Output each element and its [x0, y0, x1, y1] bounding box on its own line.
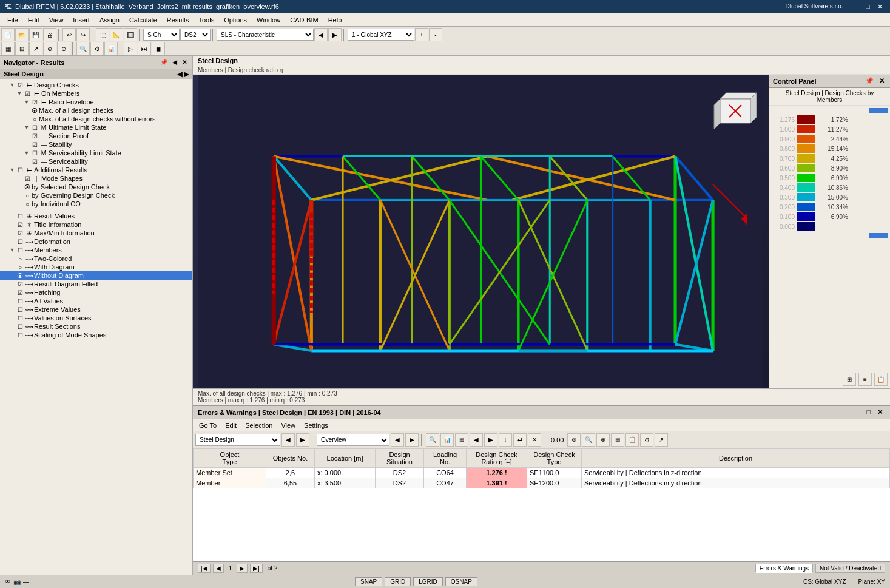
- errors-table-container[interactable]: ObjectType Objects No. Location [m] Desi…: [193, 448, 890, 561]
- errors-pin-btn[interactable]: □: [864, 408, 873, 416]
- tree-all-values[interactable]: ☐ ⟿ All Values: [0, 297, 192, 305]
- menu-assign[interactable]: Assign: [95, 15, 124, 25]
- tab-not-valid[interactable]: Not Valid / Deactivated: [815, 564, 885, 573]
- tree-result-values[interactable]: ☐ ✳ Result Values: [0, 212, 192, 220]
- tb-r4[interactable]: ⊕: [43, 42, 56, 55]
- tree-without-diagram[interactable]: ⦿ ⟿ Without Diagram: [0, 271, 192, 280]
- tree-mode-shapes[interactable]: ☑ | Mode Shapes: [0, 174, 192, 183]
- toggle-additional[interactable]: ▼: [8, 167, 16, 173]
- errors-overview-combo[interactable]: Overview: [317, 434, 389, 446]
- menu-file[interactable]: File: [2, 15, 23, 25]
- tab-errors-warnings[interactable]: Errors & Warnings: [755, 564, 813, 573]
- table-row[interactable]: Member Set 2,6 x: 0.000 DS2 CO64 1.276 !…: [194, 468, 890, 478]
- tb-redo[interactable]: ↪: [76, 28, 90, 41]
- tab-snap[interactable]: SNAP: [355, 577, 382, 586]
- cp-pin-btn[interactable]: 📌: [863, 77, 875, 84]
- tb-print[interactable]: 🖨: [43, 28, 56, 41]
- tb-r10[interactable]: ⏭: [138, 42, 151, 55]
- tb-zoom-out[interactable]: -: [429, 28, 442, 41]
- radio-with-diagram[interactable]: ○: [16, 264, 24, 271]
- tree-hatching[interactable]: ☑ ⟿ Hatching: [0, 288, 192, 297]
- th-objects-no[interactable]: Objects No.: [266, 449, 315, 468]
- menu-tools[interactable]: Tools: [194, 15, 219, 25]
- errors-next-btn[interactable]: ▶: [296, 433, 309, 447]
- status-icon-1[interactable]: 👁: [5, 578, 11, 585]
- tb-axis-combo[interactable]: 1 - Global XYZ: [348, 29, 414, 41]
- check-scl[interactable]: ☐: [16, 332, 24, 339]
- tree-serviceability[interactable]: ☑ — Serviceability: [0, 157, 192, 166]
- tree-maxmin-info[interactable]: ☑ ✳ Max/Min Information: [0, 229, 192, 237]
- close-button[interactable]: ✕: [875, 3, 885, 11]
- tb-load-combo[interactable]: S Ch: [143, 29, 180, 41]
- nav-close-btn[interactable]: ✕: [180, 59, 189, 66]
- errors-menu-settings[interactable]: Settings: [300, 422, 332, 429]
- tree-additional-results[interactable]: ▼ ☐ ⊢ Additional Results: [0, 166, 192, 174]
- check-stability[interactable]: ☑: [30, 141, 39, 148]
- tb-e10[interactable]: 🔍: [582, 433, 595, 447]
- tab-grid[interactable]: GRID: [385, 577, 411, 586]
- radio-max-no-errors[interactable]: ○: [30, 116, 39, 123]
- radio-by-governing[interactable]: ○: [23, 192, 32, 199]
- menu-results[interactable]: Results: [162, 15, 194, 25]
- check-rdf[interactable]: ☑: [16, 281, 24, 288]
- tb-e6[interactable]: ↕: [499, 433, 512, 447]
- check-vs[interactable]: ☐: [16, 315, 24, 322]
- tb-e4[interactable]: ◀: [470, 433, 483, 447]
- tb-r11[interactable]: ◼: [152, 42, 165, 55]
- toggle-uls[interactable]: ▼: [23, 124, 30, 130]
- tb-sls-combo[interactable]: SLS - Characteristic: [217, 29, 314, 41]
- radio-by-individual[interactable]: ○: [23, 201, 32, 208]
- th-object-type[interactable]: ObjectType: [194, 449, 266, 468]
- tb-e3[interactable]: ⊞: [455, 433, 468, 447]
- radio-two-colored[interactable]: ○: [16, 255, 24, 262]
- tb-prev[interactable]: ◀: [314, 28, 328, 41]
- tree-by-individual[interactable]: ○ by Individual CO: [0, 200, 192, 208]
- tree-scaling[interactable]: ☐ ⟿ Scaling of Mode Shapes: [0, 331, 192, 339]
- tb-new[interactable]: 📄: [1, 28, 15, 41]
- tree-by-governing[interactable]: ○ by Governing Design Check: [0, 191, 192, 200]
- th-check-type[interactable]: Design CheckType: [527, 449, 582, 468]
- cp-btn-3[interactable]: 📋: [874, 373, 888, 386]
- tree-members[interactable]: ▼ ☐ ⟿ Members: [0, 246, 192, 254]
- tb-e2[interactable]: 📊: [440, 433, 454, 447]
- cp-footer[interactable]: ⊞ ≡ 📋: [769, 370, 890, 388]
- radio-without-diagram[interactable]: ⦿: [16, 272, 24, 279]
- menu-edit[interactable]: Edit: [23, 15, 44, 25]
- check-all-values[interactable]: ☐: [16, 298, 24, 305]
- tb-r3[interactable]: ↗: [29, 42, 42, 55]
- errors-ov-prev[interactable]: ◀: [391, 433, 404, 447]
- tree-max-no-errors[interactable]: ○ Max. of all design checks without erro…: [0, 115, 192, 123]
- check-mm[interactable]: ☑: [16, 230, 24, 237]
- nav-pin-btn[interactable]: 📌: [158, 59, 169, 66]
- tb-e12[interactable]: ⊞: [611, 433, 624, 447]
- tb-select[interactable]: ⬚: [96, 28, 109, 41]
- tree-result-sections[interactable]: ☐ ⟿ Result Sections: [0, 322, 192, 331]
- maximize-button[interactable]: □: [863, 3, 872, 11]
- nav-prev[interactable]: ◀: [213, 564, 224, 573]
- toggle-members[interactable]: ▼: [8, 247, 16, 253]
- tb-r6[interactable]: 🔍: [76, 42, 90, 55]
- tree-extreme-values[interactable]: ☐ ⟿ Extreme Values: [0, 305, 192, 314]
- check-def[interactable]: ☐: [16, 238, 24, 245]
- tab-osnap[interactable]: OSNAP: [445, 577, 477, 586]
- toggle-sls[interactable]: ▼: [23, 150, 30, 156]
- tb-view1[interactable]: 📐: [110, 28, 123, 41]
- tab-lgrid[interactable]: LGRID: [413, 577, 443, 586]
- footer-tabs[interactable]: Errors & Warnings Not Valid / Deactivate…: [755, 564, 885, 573]
- tb-e1[interactable]: 🔍: [426, 433, 439, 447]
- check-uls[interactable]: ☐: [30, 124, 39, 131]
- errors-menu-goto[interactable]: Go To: [195, 422, 220, 429]
- tree-max-all[interactable]: ⦿ Max. of all design checks: [0, 106, 192, 115]
- tree-values-surfaces[interactable]: ☐ ⟿ Values on Surfaces: [0, 314, 192, 322]
- tb-e9[interactable]: ⊙: [567, 433, 581, 447]
- check-ratio[interactable]: ☑: [30, 99, 39, 106]
- toggle-on-members[interactable]: ▼: [16, 90, 23, 96]
- menu-calculate[interactable]: Calculate: [124, 15, 162, 25]
- nav-first[interactable]: |◀: [198, 564, 211, 573]
- tree-title-info[interactable]: ☑ ✳ Title Information: [0, 220, 192, 229]
- tree-ratio-envelope[interactable]: ▼ ☑ ⊢ Ratio Envelope: [0, 98, 192, 106]
- tb-zoom-in[interactable]: +: [415, 28, 428, 41]
- menu-options[interactable]: Options: [219, 15, 252, 25]
- cp-close-btn[interactable]: ✕: [877, 77, 886, 84]
- tree-design-checks[interactable]: ▼ ☑ ⊢ Design Checks: [0, 81, 192, 89]
